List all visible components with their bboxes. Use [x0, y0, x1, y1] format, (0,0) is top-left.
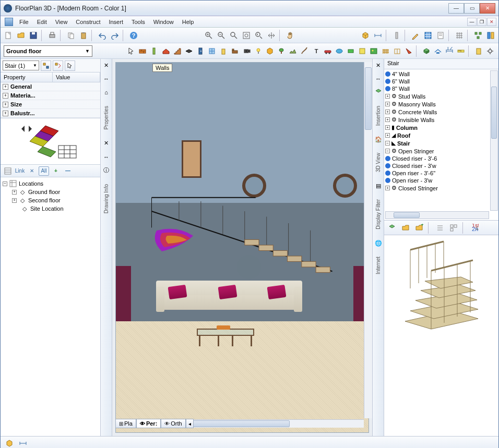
lib-sort-button[interactable]: 1st2nd [469, 222, 480, 234]
roof-edit-tool[interactable] [433, 45, 443, 57]
table-view-button[interactable] [422, 30, 434, 41]
tree-item-second-floor[interactable]: +◇Second floor [12, 196, 98, 204]
props-select-button[interactable] [65, 60, 75, 71]
strip-pin2-button[interactable]: ↔ [102, 153, 111, 161]
loc-link-button[interactable]: Link [15, 166, 25, 176]
tree-button[interactable] [472, 30, 484, 41]
col-value[interactable]: Value [53, 72, 100, 82]
tree-item-site-location[interactable]: ◇Site Location [12, 204, 98, 213]
maximize-button[interactable]: ▭ [464, 3, 480, 14]
house-icon[interactable]: 🏠 [374, 135, 383, 143]
lib-detail-button[interactable] [448, 222, 459, 234]
object-selector[interactable]: Stair (1)▼ [3, 60, 39, 70]
car-tool[interactable] [323, 45, 333, 57]
image-tool[interactable] [369, 45, 379, 57]
strip-info-button[interactable]: ⓘ [102, 166, 111, 175]
zoom-prev-button[interactable] [253, 30, 265, 41]
symbol-tool[interactable] [265, 45, 275, 57]
column-obj-tool[interactable] [149, 45, 159, 57]
copy-button[interactable] [65, 30, 77, 41]
tree-item[interactable]: +⚙Stud Walls [385, 92, 497, 100]
strip-pin-button[interactable]: ↔ [374, 75, 383, 83]
mdi-restore-button[interactable]: ❐ [477, 18, 486, 26]
properties-tab[interactable]: Properties [103, 106, 109, 130]
strip-home-button[interactable]: ⌂ [102, 88, 111, 96]
tree-item[interactable]: Open riser - 3'-6" [385, 169, 497, 177]
loc-add-button[interactable]: + [51, 166, 61, 176]
menu-edit[interactable]: Edit [33, 18, 51, 26]
menu-help[interactable]: Help [178, 18, 198, 26]
tab-perspective[interactable]: 👁 Per: [136, 419, 161, 428]
clipboard2-button[interactable] [473, 45, 484, 57]
cube-button[interactable] [360, 30, 371, 41]
strip-close2-button[interactable]: ✕ [102, 139, 111, 148]
tree-item[interactable]: Open riser - 3'w [385, 177, 497, 184]
tab-plan[interactable]: ⊞ Pla [115, 419, 136, 428]
insertion-tab[interactable]: Insertion [375, 106, 381, 126]
drawing-info-tab[interactable]: Drawing Info [103, 184, 109, 213]
floor-selector[interactable]: Ground floor▼ [4, 45, 92, 57]
camera-tool[interactable] [242, 45, 252, 57]
furniture-tool[interactable] [230, 45, 240, 57]
menu-window[interactable]: Window [149, 18, 178, 26]
tree-item[interactable]: 8" Wall [385, 85, 497, 92]
strip-close-button[interactable]: ✕ [374, 61, 383, 69]
annotation-tool[interactable] [403, 45, 414, 57]
tree-item[interactable]: Closed riser - 3'-6 [385, 155, 497, 162]
note-tool[interactable] [357, 45, 367, 57]
mdi-doc-icon[interactable] [5, 18, 13, 26]
menu-insert[interactable]: Insert [104, 18, 127, 26]
zoom-extents-button[interactable] [241, 30, 252, 41]
library-hscroll[interactable] [385, 211, 489, 219]
tree-category-roof[interactable]: +◢Roof [385, 131, 497, 139]
menu-construct[interactable]: Construct [72, 18, 104, 26]
select-tool[interactable] [126, 45, 136, 57]
tree-item[interactable]: +⚙Concrete Walls [385, 108, 497, 116]
vertical-scrollbar[interactable] [364, 62, 372, 418]
hand-button[interactable] [284, 30, 296, 41]
filter-icon[interactable]: ▤ [374, 181, 383, 190]
paste-button[interactable] [78, 30, 89, 41]
zoom-window-button[interactable] [228, 30, 240, 41]
door-tool[interactable] [195, 45, 206, 57]
props-expand-button[interactable] [41, 60, 51, 71]
pool-tool[interactable] [334, 45, 344, 57]
loc-all-button[interactable]: All [39, 166, 49, 176]
tree-item[interactable]: Closed riser - 3'w [385, 162, 497, 169]
lib-folder-button[interactable] [400, 222, 411, 234]
path-tool[interactable] [299, 45, 310, 57]
text-tool[interactable]: T [311, 45, 322, 57]
new-button[interactable] [3, 30, 14, 41]
catalog-button[interactable] [485, 30, 496, 41]
measure-tool[interactable] [456, 45, 466, 57]
menu-view[interactable]: View [51, 18, 72, 26]
library-vscroll[interactable] [490, 70, 498, 211]
tab-ortho[interactable]: 👁 Orth [161, 419, 185, 428]
internet-tab[interactable]: Internet [375, 257, 381, 274]
open-button[interactable] [15, 30, 27, 41]
minimize-button[interactable]: — [448, 3, 464, 14]
lib-list-button[interactable] [434, 222, 446, 234]
dimension-button[interactable] [372, 30, 384, 41]
roof-tool[interactable] [160, 45, 171, 57]
material-tool[interactable] [421, 45, 431, 57]
tree-item-closed-stringer[interactable]: +⚙Closed Stringer [385, 184, 497, 192]
tree-item-ground-floor[interactable]: +◇Ground floor [12, 188, 98, 196]
strip-close-button[interactable]: ✕ [102, 61, 111, 69]
insertion-icon[interactable] [374, 88, 383, 96]
pan-button[interactable] [266, 30, 277, 41]
bottom-dimension-button[interactable] [17, 438, 29, 449]
display-filter-tab[interactable]: Display Filter [375, 199, 381, 229]
menu-file[interactable]: File [15, 18, 33, 26]
3d-viewport[interactable]: Walls [115, 62, 369, 433]
slab-tool[interactable] [184, 45, 194, 57]
redo-button[interactable] [109, 30, 121, 41]
stair-tool[interactable] [172, 45, 183, 57]
horizontal-scrollbar[interactable] [180, 419, 364, 428]
mdi-minimize-button[interactable]: — [467, 18, 477, 26]
pencil-button[interactable] [410, 30, 421, 41]
label-tool[interactable] [346, 45, 356, 57]
report-button[interactable] [435, 30, 446, 41]
3d-view-tab[interactable]: 3D View [375, 153, 381, 172]
strip-pin-button[interactable]: ↔ [102, 75, 111, 83]
